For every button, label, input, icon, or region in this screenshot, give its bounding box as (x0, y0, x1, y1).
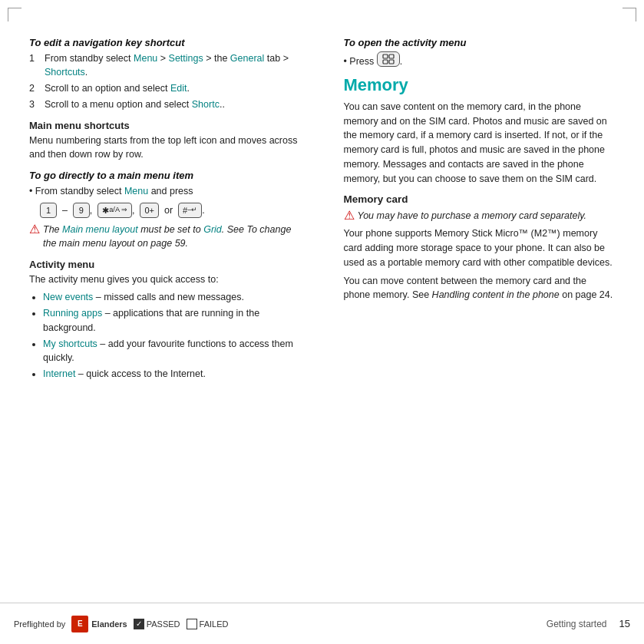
memory-heading: Memory (344, 75, 616, 95)
svg-rect-2 (383, 60, 388, 64)
step-num-2: 2 (29, 81, 40, 95)
page-footer-right: Getting started 15 (547, 618, 630, 629)
activity-menu-heading: Activity menu (29, 259, 301, 270)
svg-rect-1 (389, 54, 394, 58)
key-sequence: 1 – 9, ✱a/A ⇒, 0+ or #–↵. (40, 203, 301, 219)
note-main-menu-layout: ⚠ The Main menu layout must be set to Gr… (29, 223, 301, 250)
elanders-logo: E Elanders (71, 616, 127, 632)
my-shortcuts-link[interactable]: My shortcuts (43, 339, 97, 349)
activity-menu-body: The activity menu gives you quick access… (29, 272, 301, 287)
running-apps-link[interactable]: Running apps (43, 308, 102, 319)
step-3: 3 Scroll to a menu option and select Sho… (29, 97, 301, 111)
failed-badge: FAILED (187, 619, 229, 629)
memory-card-body1: Your phone supports Memory Stick Micro™ … (344, 226, 616, 269)
memory-card-body2: You can move content between the memory … (344, 274, 616, 303)
activity-menu-key (377, 51, 400, 67)
key-1: 1 (40, 203, 57, 219)
memory-card-heading: Memory card (344, 193, 616, 205)
key-9: 9 (73, 203, 90, 219)
new-events-rest: – missed calls and new messages. (93, 292, 244, 302)
bullet-my-shortcuts: My shortcuts – add your favourite functi… (43, 337, 301, 366)
key-star: ✱a/A ⇒ (97, 203, 132, 219)
left-column: To edit a navigation key shortcut 1 From… (29, 29, 312, 602)
page-container: To edit a navigation key shortcut 1 From… (0, 0, 644, 644)
svg-rect-0 (383, 54, 388, 58)
corner-mark-tl (8, 8, 21, 21)
internet-rest: – quick access to the Internet. (75, 368, 206, 379)
memory-body: You can save content on the memory card,… (344, 100, 616, 187)
svg-rect-3 (389, 60, 394, 64)
step-2-text: Scroll to an option and select Edit. (45, 81, 190, 95)
note-icon-1: ⚠ (29, 223, 40, 236)
failed-checkbox (187, 619, 197, 629)
general-link[interactable]: General (230, 53, 264, 64)
open-activity-heading: To open the activity menu (344, 37, 616, 48)
main-menu-shortcuts-heading: Main menu shortcuts (29, 120, 301, 131)
step-2: 2 Scroll to an option and select Edit. (29, 81, 301, 95)
elanders-brand: Elanders (91, 619, 127, 629)
right-column: To open the activity menu • Press . Memo… (333, 29, 616, 602)
main-menu-shortcuts-body: Menu numbering starts from the top left … (29, 134, 301, 163)
open-activity-press: • Press . (344, 51, 616, 69)
step-1: 1 From standby select Menu > Settings > … (29, 51, 301, 79)
footer-section-label: Getting started (547, 619, 607, 629)
key-hash: #–↵ (178, 203, 202, 219)
go-directly-heading: To go directly to a main menu item (29, 170, 301, 181)
memory-card-note-block: ⚠ You may have to purchase a memory card… (344, 209, 616, 223)
failed-label: FAILED (200, 619, 229, 629)
bullet-internet: Internet – quick access to the Internet. (43, 367, 301, 381)
step-num-1: 1 (29, 51, 40, 79)
main-menu-layout-link[interactable]: Main menu layout (62, 224, 138, 235)
key-0: 0+ (140, 203, 159, 219)
preflighted-label: Preflighted by (14, 619, 65, 629)
menu-link-2[interactable]: Menu (124, 186, 148, 197)
passed-checkbox: ✓ (134, 619, 144, 629)
step-1-text: From standby select Menu > Settings > th… (45, 51, 301, 79)
memory-card-note-text: You may have to purchase a memory card s… (358, 209, 587, 223)
step-3-text: Scroll to a menu option and select Short… (45, 97, 225, 111)
edit-link[interactable]: Edit (170, 83, 187, 94)
note-text-1: The Main menu layout must be set to Grid… (43, 223, 301, 250)
preflight-section: Preflighted by E Elanders ✓ PASSED FAILE… (14, 616, 228, 632)
steps-list: 1 From standby select Menu > Settings > … (29, 51, 301, 112)
page-number: 15 (619, 618, 630, 629)
passed-badge: ✓ PASSED (134, 619, 180, 629)
bullet-running-apps: Running apps – applications that are run… (43, 306, 301, 335)
shortc-link[interactable]: Shortc (192, 99, 220, 110)
bottom-bar: Preflighted by E Elanders ✓ PASSED FAILE… (0, 603, 644, 644)
bullet-new-events: New events – missed calls and new messag… (43, 290, 301, 305)
step-num-3: 3 (29, 97, 40, 111)
internet-link[interactable]: Internet (43, 368, 75, 379)
activity-bullet-list: New events – missed calls and new messag… (43, 290, 301, 381)
grid-link[interactable]: Grid (203, 224, 222, 235)
main-content: To edit a navigation key shortcut 1 From… (29, 29, 615, 602)
elanders-icon: E (71, 616, 88, 632)
go-directly-intro: • From standby select Menu and press (29, 184, 301, 199)
new-events-link[interactable]: New events (43, 292, 93, 302)
corner-mark-tr (623, 8, 636, 21)
settings-link[interactable]: Settings (169, 53, 203, 64)
menu-link-1[interactable]: Menu (134, 53, 157, 64)
edit-nav-heading: To edit a navigation key shortcut (29, 37, 301, 48)
passed-label: PASSED (147, 619, 180, 629)
activity-key-icon (382, 54, 395, 64)
shortcuts-link[interactable]: Shortcuts (45, 67, 85, 78)
note-icon-2: ⚠ (344, 210, 355, 222)
